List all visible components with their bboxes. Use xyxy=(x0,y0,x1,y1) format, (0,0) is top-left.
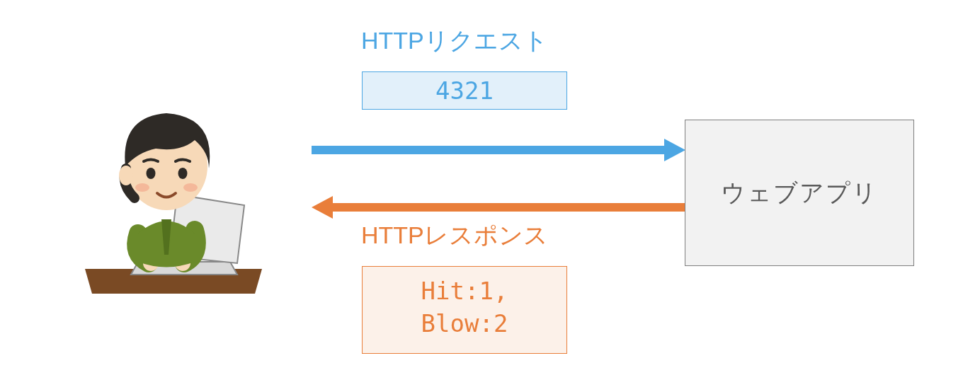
response-line-2: Blow:2 xyxy=(421,309,508,338)
http-request-payload: 4321 xyxy=(362,71,567,110)
web-app-box: ウェブアプリ xyxy=(685,120,914,266)
svg-point-4 xyxy=(147,168,156,179)
svg-point-5 xyxy=(178,168,188,179)
web-app-label: ウェブアプリ xyxy=(721,177,878,209)
response-line-1: Hit:1, xyxy=(421,277,508,305)
http-response-label: HTTPレスポンス xyxy=(361,219,548,252)
response-arrow-icon xyxy=(331,203,685,212)
svg-point-7 xyxy=(183,183,198,192)
svg-point-6 xyxy=(135,183,149,192)
request-arrow-icon xyxy=(312,146,666,154)
svg-point-3 xyxy=(119,166,133,185)
http-response-payload: Hit:1, Blow:2 xyxy=(362,266,567,354)
user-laptop-icon xyxy=(71,85,276,297)
diagram-canvas: HTTPリクエスト 4321 HTTPレスポンス Hit:1, Blow:2 ウ… xyxy=(0,0,980,392)
http-request-label: HTTPリクエスト xyxy=(361,25,548,57)
